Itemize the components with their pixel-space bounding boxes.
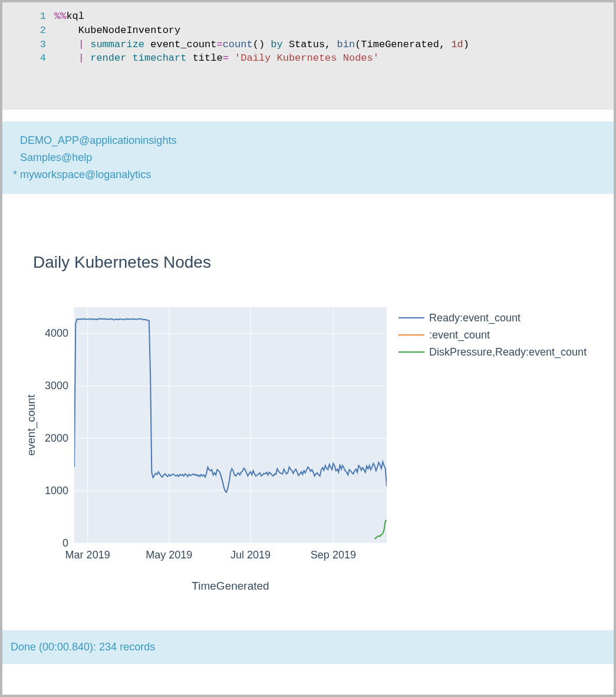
x-tick-label: Mar 2019 — [65, 549, 110, 561]
legend-label: DiskPressure,Ready:event_count — [429, 346, 587, 359]
active-marker-icon: * — [13, 169, 20, 180]
status-bar: Done (00:00.840): 234 records — [2, 630, 614, 664]
y-tick-label: 1000 — [33, 484, 68, 497]
workspace-list: DEMO_APP@applicationinsights Samples@hel… — [2, 121, 614, 193]
line-number: 1 — [2, 9, 54, 24]
code-line[interactable]: 3 | summarize event_count=count() by Sta… — [2, 38, 614, 52]
legend-swatch-icon — [398, 334, 424, 336]
code-content[interactable]: %%kql — [54, 9, 84, 24]
code-cell[interactable]: 1%%kql2 KubeNodeInventory3 | summarize e… — [2, 2, 614, 110]
workspace-item[interactable]: * myworkspace@loganalytics — [13, 166, 614, 183]
y-tick-label: 3000 — [33, 379, 68, 392]
legend-item[interactable]: Ready:event_count — [398, 312, 587, 324]
x-tick-label: May 2019 — [146, 549, 192, 561]
x-tick-label: Jul 2019 — [230, 549, 271, 561]
status-text: Done (00:00.840): 234 records — [11, 641, 155, 653]
legend-item[interactable]: :event_count — [398, 329, 587, 341]
plot-lines — [74, 307, 387, 543]
y-tick-label: 4000 — [33, 327, 68, 340]
series-line[interactable] — [375, 520, 387, 538]
line-number: 4 — [2, 51, 54, 65]
workspace-item[interactable]: Samples@help — [20, 149, 614, 166]
y-tick-label: 2000 — [33, 432, 68, 444]
legend-label: :event_count — [429, 329, 490, 341]
chart-output: Daily Kubernetes Nodes 01000200030004000… — [2, 194, 614, 630]
chart-title: Daily Kubernetes Nodes — [33, 253, 614, 272]
legend-swatch-icon — [398, 351, 424, 353]
code-content[interactable]: | render timechart title= 'Daily Kuberne… — [54, 51, 379, 65]
line-number: 3 — [2, 38, 54, 52]
code-line[interactable]: 4 | render timechart title= 'Daily Kuber… — [2, 51, 614, 65]
x-tick-label: Sep 2019 — [311, 549, 356, 561]
chart-legend[interactable]: Ready:event_count:event_countDiskPressur… — [398, 312, 587, 363]
cell-gap — [2, 110, 614, 121]
code-content[interactable]: | summarize event_count=count() by Statu… — [54, 38, 469, 52]
x-axis-label: TimeGenerated — [74, 580, 387, 593]
code-content[interactable]: KubeNodeInventory — [54, 24, 180, 38]
code-line[interactable]: 1%%kql — [2, 9, 614, 24]
workspace-item[interactable]: DEMO_APP@applicationinsights — [20, 132, 614, 149]
legend-swatch-icon — [398, 317, 424, 318]
line-number: 2 — [2, 24, 54, 38]
legend-item[interactable]: DiskPressure,Ready:event_count — [398, 346, 587, 359]
legend-label: Ready:event_count — [429, 312, 521, 324]
y-axis-label: event_count — [25, 394, 38, 456]
code-line[interactable]: 2 KubeNodeInventory — [2, 24, 614, 38]
y-tick-label: 0 — [33, 537, 68, 549]
series-line[interactable] — [74, 318, 387, 492]
plot-background — [74, 307, 387, 543]
